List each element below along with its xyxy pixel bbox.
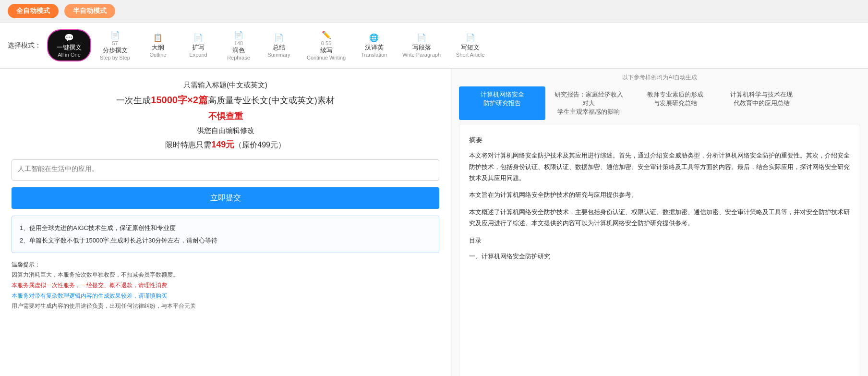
- sample-tab-2[interactable]: 研究报告：家庭经济收入对大 学生主观幸福感的影响: [545, 86, 632, 120]
- tool-short-article[interactable]: 📄 写短文 Short Article: [449, 30, 491, 61]
- tool-translation[interactable]: 🌐 汉译英 Translation: [354, 30, 394, 61]
- sample-tab-4[interactable]: 计算机科学与技术在现 代教育中的应用总结: [718, 86, 805, 120]
- abstract-para-2: 本文旨在为计算机网络安全防护技术的研究与应用提供参考。: [469, 189, 850, 200]
- right-panel: 以下参考样例均为AI自动生成 计算机网络安全 防护研究报告 研究报告：家庭经济收…: [451, 69, 868, 376]
- tips-section: 温馨提示： 因算力消耗巨大，本服务按次数单独收费，不扣减会员字数额度。 本服务属…: [12, 260, 439, 312]
- headline-line3: 供您自由编辑修改: [12, 124, 439, 137]
- tool-main-label: 一键撰文: [57, 43, 82, 52]
- tool-main-label: 写段落: [412, 43, 431, 52]
- tool-summary[interactable]: 📄 总结 Summary: [260, 30, 298, 61]
- top-mode-bar: 全自动模式 半自动模式: [0, 0, 868, 23]
- tool-main-label: 分步撰文: [103, 46, 128, 55]
- tool-continue-writing[interactable]: ✏️ 0 55 续写 Continue Writing: [300, 27, 352, 63]
- price-label: 限时特惠只需: [165, 141, 211, 149]
- feature-item-2: 2、单篇长文字数不低于15000字,生成时长总计30分钟左右，请耐心等待: [20, 234, 431, 247]
- tool-sub-label: Write Paragraph: [402, 52, 441, 58]
- tool-outline[interactable]: 📋 大纲 Outline: [139, 30, 177, 61]
- section-title-abstract: 摘要: [469, 134, 850, 146]
- tool-main-label: 续写: [320, 46, 333, 55]
- tool-count: 0 55: [321, 40, 331, 46]
- headline-area: 只需输入标题(中文或英文) 一次生成15000字×2篇高质量专业长文(中文或英文…: [12, 78, 439, 153]
- short-article-icon: 📄: [466, 33, 475, 42]
- tool-expand[interactable]: 📄 扩写 Expand: [179, 30, 217, 61]
- tool-main-label: 总结: [273, 43, 285, 52]
- tips-title: 温馨提示：: [12, 261, 40, 268]
- tool-main-label: 扩写: [192, 43, 205, 52]
- tip-3: 本服务对带有复杂数理逻辑内容的生成效果较差，请谨慎购买: [12, 292, 167, 299]
- tool-main-label: 润色: [232, 46, 245, 55]
- main-content: 只需输入标题(中文或英文) 一次生成15000字×2篇高质量专业长文(中文或英文…: [0, 69, 868, 376]
- sample-tab-1[interactable]: 计算机网络安全 防护研究报告: [459, 86, 545, 120]
- tool-sub-label: Continue Writing: [307, 55, 346, 61]
- chat-icon: 💬: [64, 33, 74, 42]
- sample-tab-3[interactable]: 教师专业素质的形成 与发展研究总结: [632, 86, 718, 120]
- section-title-toc: 目录: [469, 235, 850, 246]
- ai-notice: 以下参考样例均为AI自动生成: [451, 69, 868, 86]
- doc-icon-1: 📄: [110, 30, 120, 39]
- tool-count: 148: [234, 40, 243, 46]
- summary-icon: 📄: [274, 33, 284, 42]
- headline-line2: 一次生成15000字×2篇高质量专业长文(中文或英文)素材: [12, 91, 439, 109]
- original-price: （原价499元）: [234, 141, 286, 149]
- section-title-chapter1: 一、计算机网络安全防护研究: [469, 251, 850, 262]
- abstract-para-1: 本文将对计算机网络安全防护技术及其应用进行综述。首先，通过介绍安全威胁类型，分析…: [469, 150, 850, 183]
- pencil-icon: ✏️: [322, 30, 331, 39]
- headline-before: 一次生成: [116, 96, 151, 105]
- tip-4: 用户需要对生成内容的使用途径负责，出现任何法律纠纷，与本平台无关: [12, 303, 196, 309]
- paragraph-icon: 📄: [417, 33, 426, 42]
- tool-sub-label: All in One: [58, 52, 81, 58]
- tool-sub-label: Translation: [361, 52, 387, 58]
- price-line: 限时特惠只需149元（原价499元）: [12, 137, 439, 152]
- toolbar: 选择模式： 💬 一键撰文 All in One 📄 57 分步撰文 Step b…: [0, 23, 868, 69]
- features-box: 1、使用全球先进的AIGC技术生成，保证原创性和专业度 2、单篇长文字数不低于1…: [12, 216, 439, 253]
- globe-icon: 🌐: [369, 33, 379, 42]
- tool-write-paragraph[interactable]: 📄 写段落 Write Paragraph: [396, 30, 447, 61]
- tool-main-label: 汉译英: [365, 43, 384, 52]
- sample-tabs: 计算机网络安全 防护研究报告 研究报告：家庭经济收入对大 学生主观幸福感的影响 …: [451, 86, 868, 120]
- semi-mode-button[interactable]: 半自动模式: [64, 4, 115, 18]
- price-value: 149元: [211, 140, 234, 149]
- expand-icon: 📄: [193, 33, 203, 42]
- outline-icon: 📋: [153, 33, 163, 42]
- auto-mode-button[interactable]: 全自动模式: [8, 4, 59, 18]
- tool-rephrase[interactable]: 📄 148 润色 Rephrase: [219, 27, 258, 63]
- highlight-text: 15000字×2篇: [151, 95, 207, 105]
- tool-count: 57: [112, 40, 118, 46]
- headline-after: 高质量专业长文(中文或英文)素材: [208, 96, 335, 105]
- headline-line1: 只需输入标题(中文或英文): [12, 78, 439, 91]
- tool-sub-label: Expand: [189, 52, 207, 58]
- tip-2: 本服务属虚拟一次性服务，一经提交、概不退款，请理性消费: [12, 282, 167, 289]
- tool-sub-label: Summary: [267, 52, 290, 58]
- feature-item-1: 1、使用全球先进的AIGC技术生成，保证原创性和专业度: [20, 222, 431, 234]
- abstract-para-3: 本文概述了计算机网络安全防护技术，主要包括身份认证、权限认证、数据加密、通信加密…: [469, 206, 850, 229]
- no-copyright-text: 不惧查重: [12, 109, 439, 124]
- tool-all-in-one[interactable]: 💬 一键撰文 All in One: [47, 29, 91, 61]
- submit-button[interactable]: 立即提交: [12, 187, 439, 209]
- tool-sub-label: Step by Step: [100, 55, 130, 61]
- sample-content[interactable]: 摘要 本文将对计算机网络安全防护技术及其应用进行综述。首先，通过介绍安全威胁类型…: [459, 124, 860, 376]
- title-input[interactable]: [12, 159, 439, 181]
- tip-1: 因算力消耗巨大，本服务按次数单独收费，不扣减会员字数额度。: [12, 271, 179, 278]
- tool-sub-label: Rephrase: [227, 55, 250, 61]
- left-panel: 只需输入标题(中文或英文) 一次生成15000字×2篇高质量专业长文(中文或英文…: [0, 69, 451, 376]
- rephrase-icon: 📄: [234, 30, 243, 39]
- tool-main-label: 写短文: [461, 43, 480, 52]
- tool-sub-label: Outline: [150, 52, 167, 58]
- mode-label: 选择模式：: [8, 41, 41, 50]
- tool-main-label: 大纲: [152, 43, 164, 52]
- tool-step-by-step[interactable]: 📄 57 分步撰文 Step by Step: [93, 27, 137, 63]
- tool-sub-label: Short Article: [456, 52, 484, 58]
